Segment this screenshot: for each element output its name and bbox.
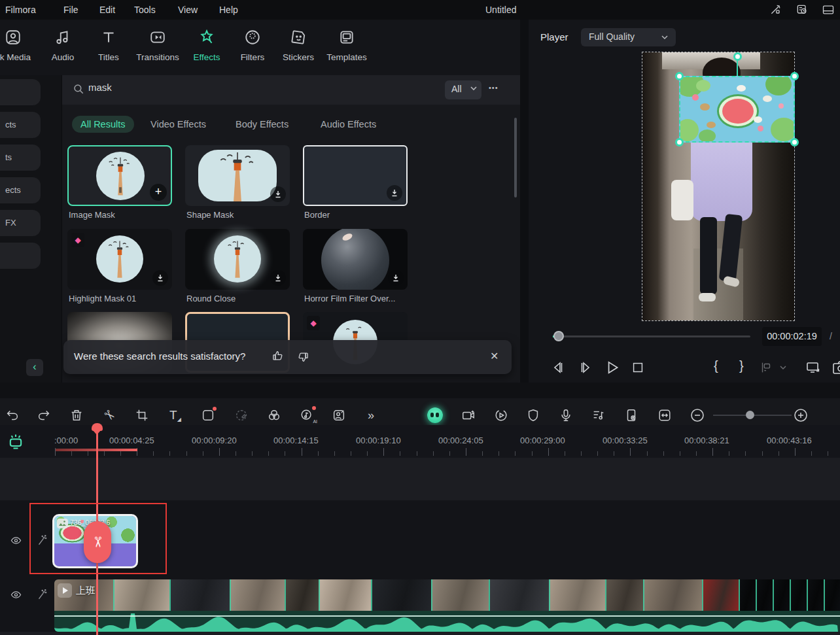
camera-record-button[interactable] <box>459 405 478 425</box>
timeline-area: :00:00 00:00:04:25 00:00:09:20 00:00:14:… <box>0 425 840 635</box>
thumbs-down-icon[interactable] <box>296 351 309 364</box>
horror-sphere-thumbnail <box>321 229 389 290</box>
audio-mixer-button[interactable] <box>589 405 608 425</box>
panel-scrollbar[interactable] <box>514 118 517 197</box>
previous-frame-button[interactable] <box>550 360 566 375</box>
sidebar-item[interactable]: FX <box>0 210 41 236</box>
promo-icon[interactable] <box>769 3 782 16</box>
search-scope-dropdown[interactable]: All <box>445 80 481 99</box>
download-icon[interactable] <box>387 185 402 201</box>
download-icon[interactable] <box>152 270 168 286</box>
delete-button[interactable] <box>67 405 86 425</box>
menu-file[interactable]: File <box>63 5 79 15</box>
effect-card-highlight-mask[interactable]: ◆ <box>67 229 172 290</box>
text-tool-button[interactable]: T◢ <box>166 405 185 425</box>
crop-button[interactable] <box>132 405 152 425</box>
effect-card-border[interactable] <box>303 145 408 206</box>
effect-card-image-mask[interactable]: + <box>67 145 172 206</box>
tab-templates[interactable]: Templates <box>317 26 376 72</box>
fit-timeline-button[interactable] <box>655 405 674 425</box>
collapse-sidebar-button[interactable]: ‹ <box>26 359 43 376</box>
split-scissors-button[interactable]: ✂ <box>99 405 119 425</box>
video-clip[interactable]: 上班 <box>54 579 840 632</box>
ruler-label: 00:00:14:15 <box>273 436 319 445</box>
speed-ramping-button[interactable] <box>491 405 511 425</box>
chevron-down-icon[interactable] <box>779 363 788 372</box>
snapshot-camera-icon[interactable] <box>832 360 840 375</box>
ai-copilot-button[interactable] <box>425 405 445 425</box>
more-tools-button[interactable]: » <box>361 405 381 425</box>
resize-handle-bottom-right[interactable] <box>790 138 799 146</box>
effects-sidebar: cts ts ects FX ‹ <box>0 75 62 383</box>
add-icon[interactable]: + <box>150 184 167 201</box>
timeline-zoom-slider[interactable] <box>713 415 792 416</box>
result-tab-all[interactable]: All Results <box>72 116 134 133</box>
ai-audio-button[interactable]: AI <box>297 405 317 425</box>
result-tab-video[interactable]: Video Effects <box>150 119 206 129</box>
eye-icon[interactable] <box>10 535 22 546</box>
menu-view[interactable]: View <box>178 5 198 15</box>
sidebar-item[interactable] <box>0 243 41 269</box>
mark-out-button[interactable]: } <box>739 358 744 373</box>
video-preview[interactable] <box>642 52 794 320</box>
workspace-layout-icon[interactable] <box>822 3 835 16</box>
menu-help[interactable]: Help <box>219 5 238 15</box>
play-badge-icon <box>58 583 72 598</box>
effect-name: Image Mask <box>69 210 115 220</box>
seek-bar[interactable] <box>553 335 750 337</box>
zoom-slider-handle[interactable] <box>746 411 754 419</box>
resize-handle-top-right[interactable] <box>790 72 799 80</box>
zoom-in-button[interactable] <box>791 405 811 425</box>
seek-handle[interactable] <box>553 331 564 341</box>
next-frame-button[interactable] <box>578 360 593 375</box>
more-options-button[interactable]: ••• <box>489 84 499 92</box>
sidebar-item[interactable]: ts <box>0 145 41 171</box>
play-button[interactable] <box>604 359 621 376</box>
undo-button[interactable] <box>3 405 22 425</box>
download-icon[interactable] <box>270 186 286 202</box>
voiceover-mic-button[interactable] <box>556 405 576 425</box>
overlay-image-selection[interactable] <box>679 76 795 143</box>
sidebar-item[interactable]: cts <box>0 112 41 138</box>
mark-clip-icon[interactable] <box>759 360 773 375</box>
stop-button[interactable] <box>631 360 645 375</box>
quick-split-scissors-button[interactable]: ✂ <box>84 521 111 563</box>
close-icon[interactable]: ✕ <box>490 350 499 362</box>
effect-card-shape-mask[interactable] <box>185 145 290 206</box>
avatar-edit-button[interactable] <box>329 405 349 425</box>
sidebar-item[interactable]: ects <box>0 177 41 203</box>
download-icon[interactable] <box>270 270 286 286</box>
result-tab-audio[interactable]: Audio Effects <box>321 119 376 129</box>
thumbs-up-icon[interactable] <box>271 349 285 362</box>
download-icon[interactable] <box>388 270 404 286</box>
marker-shield-button[interactable] <box>523 405 543 425</box>
screen-recorder-button[interactable] <box>621 405 641 425</box>
timeline-ruler[interactable]: :00:00 00:00:04:25 00:00:09:20 00:00:14:… <box>0 425 840 458</box>
snap-magnet-icon[interactable] <box>7 432 25 451</box>
effect-card-horror-film[interactable] <box>303 229 408 290</box>
mask-tool-button[interactable] <box>198 405 218 425</box>
resize-handle-top-left[interactable] <box>675 72 684 80</box>
quality-dropdown[interactable]: Full Quality <box>581 28 676 46</box>
app-brand[interactable]: Filmora <box>5 5 36 15</box>
render-queue-icon[interactable] <box>796 3 809 16</box>
color-match-button[interactable] <box>264 405 284 425</box>
watermelon-raft <box>717 94 759 128</box>
display-output-icon[interactable] <box>805 360 821 375</box>
remove-background-button[interactable] <box>232 405 251 425</box>
redo-button[interactable] <box>34 405 54 425</box>
rotate-handle[interactable] <box>733 52 742 61</box>
zoom-out-button[interactable] <box>688 405 707 425</box>
mark-in-button[interactable]: { <box>714 358 718 373</box>
search-input[interactable] <box>88 82 402 93</box>
resize-handle-bottom-left[interactable] <box>675 138 684 146</box>
effect-card-round-close[interactable] <box>185 229 290 290</box>
effects-panel: All ••• All Results Video Effects Body E… <box>62 75 520 383</box>
menu-tools[interactable]: Tools <box>134 5 156 15</box>
eye-icon[interactable] <box>10 589 22 600</box>
sidebar-item[interactable] <box>0 79 41 105</box>
magic-wand-icon[interactable] <box>36 589 48 600</box>
volume-envelope-line[interactable] <box>54 615 840 617</box>
menu-edit[interactable]: Edit <box>99 5 115 15</box>
result-tab-body[interactable]: Body Effects <box>236 119 289 129</box>
